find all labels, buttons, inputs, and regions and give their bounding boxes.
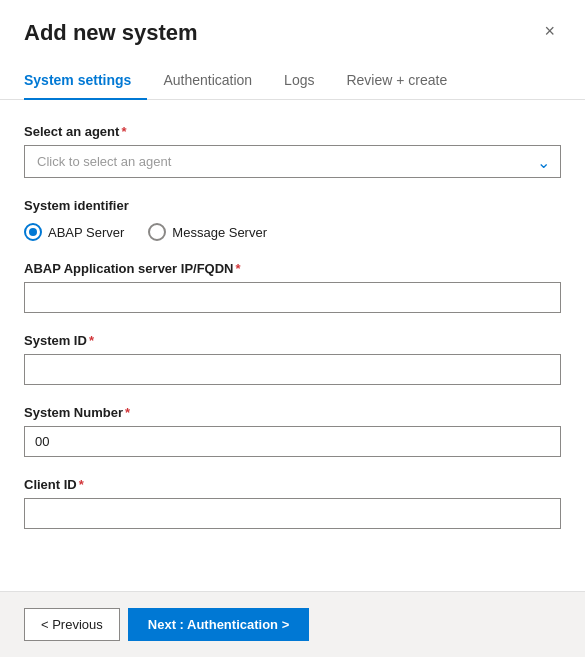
abap-ip-required-mark: *	[236, 261, 241, 276]
system-number-input[interactable]	[24, 426, 561, 457]
system-identifier-label: System identifier	[24, 198, 561, 213]
next-button[interactable]: Next : Authentication >	[128, 608, 309, 641]
previous-button[interactable]: < Previous	[24, 608, 120, 641]
radio-abap-label: ABAP Server	[48, 225, 124, 240]
tab-logs[interactable]: Logs	[268, 62, 330, 100]
client-id-field-group: Client ID*	[24, 477, 561, 529]
abap-ip-field-group: ABAP Application server IP/FQDN*	[24, 261, 561, 313]
radio-message-label: Message Server	[172, 225, 267, 240]
system-id-input[interactable]	[24, 354, 561, 385]
agent-required-mark: *	[121, 124, 126, 139]
modal-header: Add new system ×	[0, 0, 585, 46]
system-identifier-group: System identifier ABAP Server Message Se…	[24, 198, 561, 241]
radio-message-indicator	[148, 223, 166, 241]
radio-abap-server[interactable]: ABAP Server	[24, 223, 124, 241]
radio-abap-indicator	[24, 223, 42, 241]
system-id-field-group: System ID*	[24, 333, 561, 385]
close-button[interactable]: ×	[538, 20, 561, 42]
radio-group-identifier: ABAP Server Message Server	[24, 223, 561, 241]
agent-label: Select an agent*	[24, 124, 561, 139]
chevron-down-icon: ⌄	[537, 152, 550, 171]
system-id-required-mark: *	[89, 333, 94, 348]
modal-body: Select an agent* Click to select an agen…	[0, 100, 585, 591]
agent-select[interactable]: Click to select an agent ⌄	[24, 145, 561, 178]
system-number-field-group: System Number*	[24, 405, 561, 457]
tab-system-settings[interactable]: System settings	[24, 62, 147, 100]
client-id-required-mark: *	[79, 477, 84, 492]
agent-field-group: Select an agent* Click to select an agen…	[24, 124, 561, 178]
add-new-system-modal: Add new system × System settings Authent…	[0, 0, 585, 657]
client-id-label: Client ID*	[24, 477, 561, 492]
abap-ip-label: ABAP Application server IP/FQDN*	[24, 261, 561, 276]
tab-authentication[interactable]: Authentication	[147, 62, 268, 100]
system-number-label: System Number*	[24, 405, 561, 420]
abap-ip-input[interactable]	[24, 282, 561, 313]
tab-bar: System settings Authentication Logs Revi…	[0, 62, 585, 100]
modal-footer: < Previous Next : Authentication >	[0, 591, 585, 657]
system-id-label: System ID*	[24, 333, 561, 348]
tab-review-create[interactable]: Review + create	[330, 62, 463, 100]
modal-title: Add new system	[24, 20, 198, 46]
system-number-required-mark: *	[125, 405, 130, 420]
radio-message-server[interactable]: Message Server	[148, 223, 267, 241]
client-id-input[interactable]	[24, 498, 561, 529]
